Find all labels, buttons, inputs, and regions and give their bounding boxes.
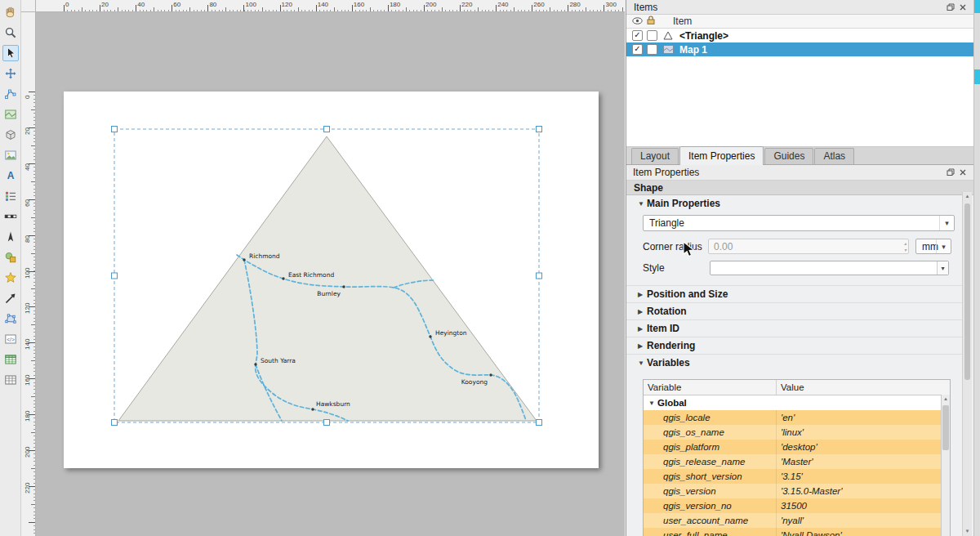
variable-name: user_full_name [644,528,777,536]
add-picture-tool[interactable] [2,147,19,163]
variable-row[interactable]: qgis_os_name'linux' [644,425,950,440]
station-point [342,285,345,288]
properties-close-icon[interactable] [959,168,967,176]
scroll-up-icon[interactable]: ▲ [963,192,972,201]
variable-row[interactable]: qgis_version'3.15.0-Master' [644,484,950,498]
corner-radius-spinbox[interactable]: 0.00 ▴▾ [708,239,909,254]
move-item-content-tool[interactable] [2,65,19,82]
scrollbar-thumb[interactable] [964,203,970,380]
properties-undock-icon[interactable] [947,168,955,176]
station-label: Richmond [249,252,280,260]
selection-handle[interactable] [324,420,330,426]
add-fixed-table-tool[interactable] [2,372,19,388]
lock-checkbox[interactable] [647,30,657,41]
add-3d-map-tool[interactable] [2,127,19,143]
ruler-label: 260 [533,1,544,8]
selection-handle[interactable] [324,127,330,132]
properties-scrollbar[interactable]: ▲ ▼ [962,192,972,536]
variable-value: '3.15' [777,471,803,481]
add-attribute-table-tool[interactable] [2,351,19,368]
ruler-label: 40 [137,1,145,8]
add-arrow-tool[interactable] [2,290,19,306]
selection-handle[interactable] [537,127,542,132]
edit-nodes-item-tool[interactable] [2,86,19,102]
ruler-label: 20 [24,127,31,135]
station-point [254,363,256,365]
spin-buttons-icon[interactable]: ▴▾ [904,240,906,253]
add-label-tool[interactable]: A [2,168,19,184]
variable-row[interactable]: qgis_release_name'Master' [644,454,950,469]
variable-row[interactable]: user_full_name'Nyall Dawson' [644,528,950,536]
item-properties-title: Item Properties [633,167,947,178]
variable-name: qgis_short_version [644,469,777,484]
scrollbar-thumb[interactable] [942,405,949,450]
variable-row[interactable]: qgis_short_version'3.15' [644,469,950,484]
group-main-properties[interactable]: ▼ Main Properties [626,197,963,210]
tab-layout[interactable]: Layout [631,148,679,164]
map-item[interactable]: RichmondEast RichmondBurnleyHeyingtonSou… [64,92,599,468]
variable-row[interactable]: qgis_version_no31500 [644,498,950,513]
right-dock: Items Item ✓<Triangle>✓Map 1 LayoutItem … [626,0,980,536]
shape-type-combo[interactable]: Triangle ▾ [643,215,955,231]
add-legend-tool[interactable] [2,188,19,204]
ruler-label: 180 [390,1,400,8]
items-tree-row[interactable]: ✓Map 1 [626,42,980,56]
add-scalebar-tool[interactable] [2,208,19,225]
scroll-up-icon[interactable]: ▲ [942,395,950,403]
group-variables[interactable]: ▼ Variables [626,354,963,371]
item-column-header: Item [673,16,692,27]
style-button[interactable]: ▾ [710,261,949,275]
variable-row[interactable]: user_account_name'nyall' [644,513,950,528]
item-properties-panel-header: Item Properties [626,165,980,181]
map-item-icon [663,45,676,54]
group-position-and-size[interactable]: ▶Position and Size [626,285,963,302]
zoom-tool[interactable] [2,25,19,41]
tab-item-properties[interactable]: Item Properties [679,146,764,165]
add-shape-tool[interactable] [2,249,19,266]
station-point [243,258,245,261]
variable-value: 'desktop' [777,442,817,452]
variables-scope-row[interactable]: ▼ Global [644,395,950,410]
layout-canvas[interactable]: RichmondEast RichmondBurnleyHeyingtonSou… [36,12,625,536]
scroll-down-icon[interactable]: ▼ [963,527,972,536]
selection-handle[interactable] [537,420,542,426]
ruler-label: 120 [24,303,31,314]
variable-value: 'en' [777,413,795,422]
lock-checkbox[interactable] [647,44,657,55]
add-marker-tool[interactable] [2,270,19,286]
collapse-arrow-icon: ▶ [638,291,647,298]
items-tree-row[interactable]: ✓<Triangle> [626,29,980,42]
group-item-id[interactable]: ▶Item ID [626,319,963,337]
variable-name: qgis_platform [644,440,777,454]
selection-handle[interactable] [112,273,118,279]
variable-row[interactable]: qgis_locale'en' [644,410,950,425]
selection-handle[interactable] [112,127,118,132]
station-point [311,408,314,410]
pan-tool[interactable] [2,4,19,20]
dock-edge-scrollbar[interactable] [973,0,980,536]
selection-handle[interactable] [537,273,542,279]
tab-guides[interactable]: Guides [764,148,813,164]
items-close-icon[interactable] [959,3,967,11]
visibility-checkbox[interactable]: ✓ [632,44,643,55]
add-node-item-tool[interactable] [2,310,19,327]
visibility-checkbox[interactable]: ✓ [632,30,643,41]
layout-page: RichmondEast RichmondBurnleyHeyingtonSou… [64,92,599,468]
group-rotation[interactable]: ▶Rotation [626,302,963,319]
svg-text:A: A [7,170,14,181]
unit-combo[interactable]: mm ▾ [915,239,951,254]
ruler-label: 60 [173,1,180,8]
variable-row[interactable]: qgis_platform'desktop' [644,440,950,454]
tab-atlas[interactable]: Atlas [814,148,854,164]
select-move-item-tool[interactable] [2,45,19,61]
add-map-tool[interactable] [2,106,19,123]
ruler-label: 40 [24,163,31,171]
items-undock-icon[interactable] [947,3,955,11]
add-north-arrow-tool[interactable] [2,229,19,245]
variable-value: '3.15.0-Master' [777,486,842,496]
selection-handle[interactable] [112,420,118,426]
group-rendering[interactable]: ▶Rendering [626,337,963,354]
items-tree-header: Item [626,15,980,29]
add-html-tool[interactable]: </> [2,331,19,347]
variables-scrollbar[interactable]: ▲ [941,395,950,536]
